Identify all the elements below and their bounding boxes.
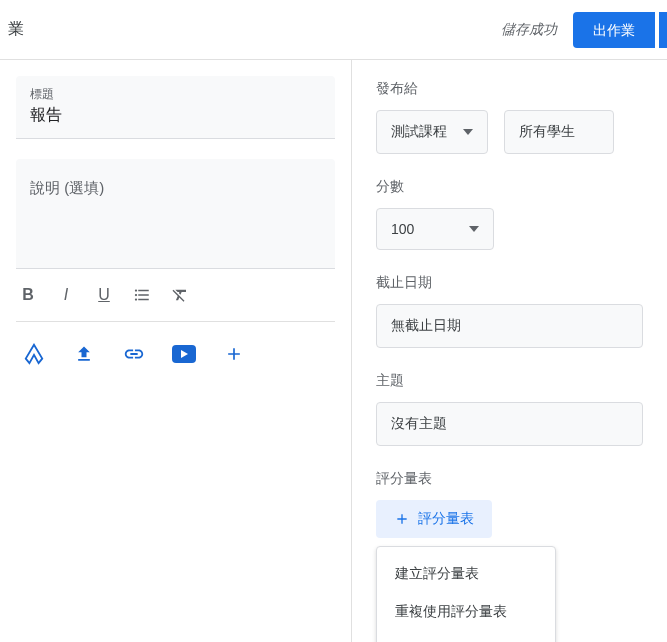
upload-icon[interactable] <box>70 340 98 368</box>
attach-toolbar <box>16 322 335 386</box>
rubric-label: 評分量表 <box>376 470 643 488</box>
description-placeholder: 說明 (選填) <box>30 179 321 198</box>
rubric-section: 評分量表 評分量表 建立評分量表 重複使用評分量表 從試算表匯入 <box>376 470 643 642</box>
title-field[interactable]: 標題 報告 <box>16 76 335 139</box>
rubric-button[interactable]: 評分量表 <box>376 500 492 538</box>
publish-label: 發布給 <box>376 80 643 98</box>
bold-button[interactable]: B <box>16 283 40 307</box>
due-label: 截止日期 <box>376 274 643 292</box>
students-dropdown[interactable]: 所有學生 <box>504 110 614 154</box>
plus-icon <box>394 511 410 527</box>
rubric-menu-reuse[interactable]: 重複使用評分量表 <box>377 593 555 631</box>
class-dropdown-value: 測試課程 <box>391 123 447 141</box>
format-toolbar: B I U <box>16 269 335 322</box>
rubric-menu-create[interactable]: 建立評分量表 <box>377 555 555 593</box>
italic-button[interactable]: I <box>54 283 78 307</box>
due-dropdown[interactable]: 無截止日期 <box>376 304 643 348</box>
save-status: 儲存成功 <box>501 21 557 39</box>
list-button[interactable] <box>130 283 154 307</box>
underline-button[interactable]: U <box>92 283 116 307</box>
link-icon[interactable] <box>120 340 148 368</box>
publish-section: 發布給 測試課程 所有學生 <box>376 80 643 154</box>
content-area: 標題 報告 說明 (選填) B I U <box>0 60 667 642</box>
points-section: 分數 100 <box>376 178 643 250</box>
title-label: 標題 <box>30 86 321 103</box>
assign-button[interactable]: 出作業 <box>573 12 655 48</box>
header-actions: 儲存成功 出作業 <box>501 12 667 48</box>
add-icon[interactable] <box>220 340 248 368</box>
title-value: 報告 <box>30 105 321 126</box>
chevron-down-icon <box>463 129 473 135</box>
assign-dropdown-toggle[interactable] <box>659 12 667 48</box>
points-label: 分數 <box>376 178 643 196</box>
right-panel: 發布給 測試課程 所有學生 分數 100 <box>352 60 667 642</box>
students-dropdown-value: 所有學生 <box>519 123 575 141</box>
topic-dropdown[interactable]: 沒有主題 <box>376 402 643 446</box>
clear-format-button[interactable] <box>168 283 192 307</box>
due-value: 無截止日期 <box>391 317 461 335</box>
topic-value: 沒有主題 <box>391 415 447 433</box>
left-panel: 標題 報告 說明 (選填) B I U <box>0 60 352 642</box>
description-field[interactable]: 說明 (選填) <box>16 159 335 269</box>
rubric-menu-import[interactable]: 從試算表匯入 <box>377 631 555 642</box>
points-value: 100 <box>391 221 414 237</box>
topic-section: 主題 沒有主題 <box>376 372 643 446</box>
assign-button-group: 出作業 <box>573 12 667 48</box>
rubric-button-label: 評分量表 <box>418 510 474 528</box>
drive-icon[interactable] <box>20 340 48 368</box>
page-type-label: 業 <box>8 19 24 40</box>
topic-label: 主題 <box>376 372 643 390</box>
header-bar: 業 儲存成功 出作業 <box>0 0 667 60</box>
chevron-down-icon <box>469 226 479 232</box>
youtube-icon[interactable] <box>170 340 198 368</box>
due-section: 截止日期 無截止日期 <box>376 274 643 348</box>
points-dropdown[interactable]: 100 <box>376 208 494 250</box>
rubric-menu: 建立評分量表 重複使用評分量表 從試算表匯入 <box>376 546 556 642</box>
class-dropdown[interactable]: 測試課程 <box>376 110 488 154</box>
